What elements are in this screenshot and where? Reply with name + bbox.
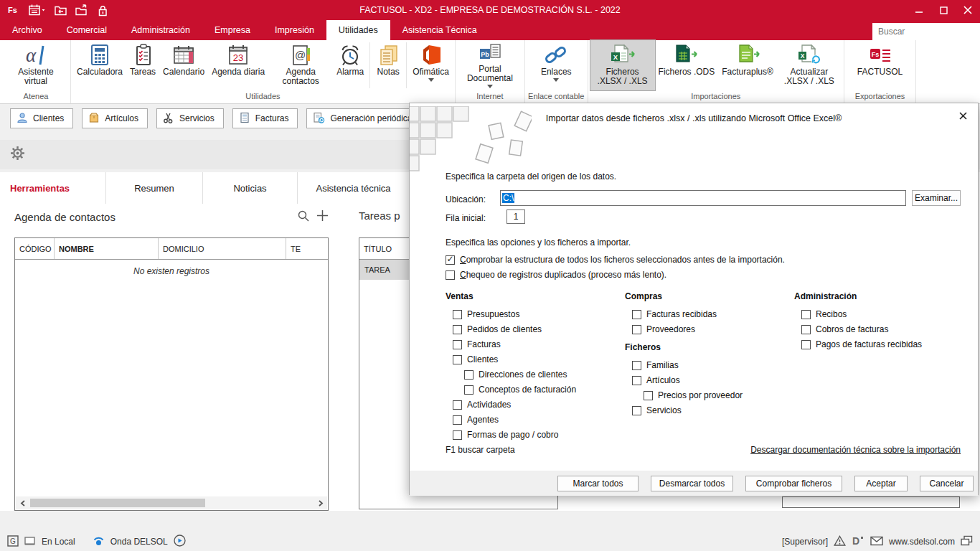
column-header-domicilio[interactable]: DOMICILIO — [159, 238, 286, 259]
option-articulos[interactable]: Artículos — [632, 375, 743, 385]
option-precios-proveedor[interactable]: Precios por proveedor — [644, 390, 743, 400]
checkbox[interactable] — [446, 270, 455, 280]
ribbon-alarma-button[interactable]: Alarma — [333, 40, 367, 90]
warning-icon[interactable] — [834, 535, 846, 548]
search-icon[interactable] — [297, 209, 309, 224]
g-box-icon[interactable]: G — [7, 535, 19, 549]
tab-noticias[interactable]: Noticias — [203, 172, 298, 204]
column-header-telefono[interactable]: TE — [286, 238, 328, 259]
aceptar-button[interactable]: Aceptar — [854, 476, 908, 491]
scrollbar-thumb[interactable] — [30, 499, 205, 507]
checkbox[interactable] — [453, 340, 462, 349]
option-familias[interactable]: Familias — [632, 360, 743, 370]
dialog-close-icon[interactable] — [957, 110, 969, 121]
desmarcar-todos-button[interactable]: Desmarcar todos — [651, 476, 733, 491]
checkbox[interactable] — [632, 361, 641, 370]
screens-icon[interactable] — [961, 535, 973, 548]
scroll-left-arrow-icon[interactable] — [16, 496, 29, 509]
cancelar-button[interactable]: Cancelar — [920, 476, 974, 491]
ribbon-calculadora-button[interactable]: Calculadora — [73, 40, 126, 90]
mail-icon[interactable] — [870, 536, 883, 548]
option-direcciones-clientes[interactable]: Direcciones de clientes — [464, 369, 576, 380]
option-cobros-facturas[interactable]: Cobros de facturas — [801, 324, 922, 334]
checkbox[interactable] — [453, 415, 462, 425]
option-conceptos-facturacion[interactable]: Conceptos de facturación — [464, 385, 576, 395]
checkbox[interactable] — [632, 376, 641, 385]
minimize-button[interactable] — [907, 0, 931, 20]
clientes-button[interactable]: Clientes — [10, 108, 73, 128]
horizontal-scrollbar[interactable] — [16, 496, 327, 509]
menu-tab-archivo[interactable]: Archivo — [0, 20, 55, 40]
checkbox[interactable] — [644, 391, 653, 400]
local-mode-icon[interactable] — [24, 536, 36, 548]
ribbon-ofimatica-button[interactable]: Ofimática — [409, 40, 453, 90]
option-clientes[interactable]: Clientes — [453, 354, 576, 364]
option-presupuestos[interactable]: Presupuestos — [453, 309, 576, 319]
add-contact-icon[interactable] — [316, 209, 329, 224]
website-link[interactable]: www.sdelsol.com — [889, 537, 955, 547]
menu-tab-impresion[interactable]: Impresión — [263, 20, 326, 40]
calendar-quick-icon[interactable] — [29, 4, 46, 16]
comprobar-ficheros-button[interactable]: Comprobar ficheros — [745, 476, 842, 491]
checkbox[interactable] — [801, 310, 811, 319]
checkbox[interactable] — [453, 430, 462, 440]
ubicacion-input[interactable]: C:\ — [500, 190, 906, 206]
ribbon-asistente-virtual-button[interactable]: α Asistente virtual — [4, 40, 68, 90]
ribbon-portal-documental-button[interactable]: Pb Portal Documental — [458, 40, 522, 90]
ribbon-ficheros-ods-button[interactable]: Ficheros .ODS — [655, 40, 719, 90]
ribbon-notas-button[interactable]: Notas — [372, 40, 404, 90]
open-folder-icon[interactable] — [75, 4, 88, 16]
ribbon-factusol-export-button[interactable]: Fs FACTUSOL — [854, 40, 906, 90]
checkbox[interactable] — [464, 370, 473, 380]
option-servicios[interactable]: Servicios — [632, 405, 743, 415]
tab-asistencia-tecnica[interactable]: Asistencia técnica — [298, 172, 410, 204]
checkbox[interactable] — [453, 310, 462, 319]
ribbon-calendario-button[interactable]: Calendario — [159, 40, 208, 90]
checkbox[interactable] — [453, 325, 462, 334]
option-agentes[interactable]: Agentes — [453, 415, 576, 425]
option-facturas-recibidas[interactable]: Facturas recibidas — [632, 309, 743, 319]
menu-tab-empresa[interactable]: Empresa — [202, 20, 263, 40]
checkbox[interactable] — [632, 406, 641, 415]
lock-icon[interactable] — [97, 4, 108, 17]
option-recibos[interactable]: Recibos — [801, 309, 922, 319]
import-folder-icon[interactable] — [55, 4, 67, 16]
delsol-logo-icon[interactable]: D — [852, 535, 864, 548]
scroll-right-arrow-icon[interactable] — [314, 496, 327, 509]
articulos-button[interactable]: Artículos — [82, 108, 148, 128]
checkbox[interactable] — [453, 400, 462, 410]
play-icon[interactable] — [174, 534, 186, 549]
ribbon-facturaplus-button[interactable]: Facturaplus® — [718, 40, 777, 90]
servicios-button[interactable]: Servicios — [156, 108, 224, 128]
ribbon-agenda-diaria-button[interactable]: 23 Agenda diaria — [208, 40, 268, 90]
ribbon-tareas-button[interactable]: Tareas — [126, 40, 159, 90]
generacion-periodica-button[interactable]: Generación periódica — [306, 108, 421, 128]
option-proveedores[interactable]: Proveedores — [632, 324, 743, 334]
ribbon-actualizar-xlsx-button[interactable]: X Actualizar .XLSX / .XLS — [777, 40, 842, 90]
fila-inicial-input[interactable]: 1 — [507, 209, 525, 224]
search-input[interactable] — [872, 23, 980, 40]
option-actividades[interactable]: Actividades — [453, 400, 576, 410]
examinar-button[interactable]: Examinar... — [912, 190, 961, 206]
ribbon-ficheros-xlsx-button[interactable]: X Ficheros .XLSX / .XLS — [590, 40, 655, 90]
ribbon-enlaces-button[interactable]: Enlaces — [537, 40, 575, 90]
checkbox[interactable] — [632, 325, 641, 334]
marcar-todos-button[interactable]: Marcar todos — [557, 476, 639, 491]
option-pagos-facturas[interactable]: Pagos de facturas recibidas — [801, 339, 922, 349]
option-facturas[interactable]: Facturas — [453, 339, 576, 349]
facturas-button[interactable]: Facturas — [232, 108, 298, 128]
close-button[interactable] — [956, 0, 980, 20]
option-formas-pago[interactable]: Formas de pago / cobro — [453, 430, 576, 440]
gear-icon[interactable] — [10, 146, 25, 164]
ribbon-agenda-contactos-button[interactable]: @ Agenda contactos — [268, 40, 333, 90]
checkbox[interactable] — [453, 355, 462, 364]
option-chequeo-duplicados[interactable]: Chequeo de registros duplicados (proceso… — [446, 270, 666, 280]
checkbox[interactable] — [446, 255, 455, 265]
tab-resumen[interactable]: Resumen — [106, 172, 203, 204]
column-header-nombre[interactable]: NOMBRE — [55, 238, 159, 259]
checkbox[interactable] — [464, 385, 473, 395]
column-header-codigo[interactable]: CÓDIGO — [15, 238, 55, 259]
checkbox[interactable] — [801, 325, 811, 334]
menu-tab-administracion[interactable]: Administración — [119, 20, 202, 40]
menu-tab-asistencia[interactable]: Asistencia Técnica — [390, 20, 489, 40]
